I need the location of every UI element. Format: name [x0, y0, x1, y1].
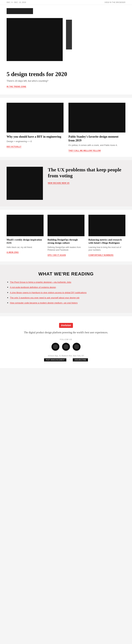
small-card-image-designops: [47, 215, 85, 236]
reading-list: The Pivot Group is hiring a graphic desi…: [6, 280, 126, 304]
hero-section: 5 design trends for 2020 There's 20 days…: [0, 5, 132, 94]
card-image-pablo: [68, 103, 126, 132]
view-in-browser-link[interactable]: VIEW IN THE BROWSER: [105, 1, 126, 3]
social-icon-2[interactable]: [62, 343, 70, 351]
featured-category-link[interactable]: NEW DECADE NEW US: [48, 182, 69, 184]
logo-vision-text: vision: [63, 324, 71, 327]
small-card-metrics: Balancing metrics and research with Intu…: [88, 215, 126, 256]
card-image-engineering: [6, 103, 64, 132]
spacer-2: [0, 157, 132, 160]
card-title-pablo: Pablo Stanley's favorite design moment f…: [68, 135, 126, 142]
footer-links: POST ANNOUNCEMENT | UNSUBSCRIBE: [6, 358, 126, 362]
spacer-4: [0, 261, 132, 265]
featured-section: The UX problems that keep people from vo…: [0, 160, 132, 206]
newsletter-logo: [6, 8, 33, 14]
reading-link-3[interactable]: A zine library opens in Hamburg to give …: [10, 291, 86, 294]
list-item: The Pivot Group is hiring a graphic desi…: [10, 280, 126, 284]
card-desc-pablo: It's yellow, it comes with a crank, and …: [68, 144, 126, 147]
hero-side: [63, 18, 72, 50]
list-item: A not-quite-textbook definition of syste…: [10, 286, 126, 289]
social-icons-group: [6, 343, 126, 351]
logo-bar: [6, 5, 126, 18]
hero-title: 5 design trends for 2020: [6, 71, 126, 78]
reading-link-5[interactable]: How computer code became a modern design…: [10, 302, 78, 304]
small-card-title-muzli: Muzli's weekly design inspiration #235: [6, 238, 44, 245]
hero-image-container: [6, 18, 126, 61]
follow-label: FOLLOW US: [6, 338, 126, 340]
footer-tagline: The digital product design platform powe…: [6, 330, 126, 334]
card-link-pablo[interactable]: THEY CALL ME MELLOW YELLOW: [68, 150, 101, 152]
reading-link-2[interactable]: A not-quite-textbook definition of syste…: [10, 286, 56, 288]
featured-image: [6, 167, 43, 200]
small-card-designops: Building DesignOps through strong design…: [47, 215, 85, 256]
reading-link-1[interactable]: The Pivot Group is hiring a graphic desi…: [10, 281, 71, 283]
logo-in-text: in: [61, 324, 63, 327]
reading-section: WHAT WE'RE READING The Pivot Group is hi…: [0, 265, 132, 313]
hero-subtitle: There's 20 days left, but who's counting…: [6, 80, 126, 82]
featured-inner: The UX problems that keep people from vo…: [6, 167, 126, 200]
social-icon-3[interactable]: [73, 343, 81, 351]
two-col-section: Why you should have a BFF in engineering…: [0, 98, 132, 157]
spacer-3: [0, 206, 132, 210]
reading-title: WHAT WE'RE READING: [6, 271, 126, 276]
footer-separator: |: [69, 358, 70, 362]
small-card-desc-metrics: Learning how to bring the most out of yo…: [88, 246, 126, 252]
unsubscribe-label: UNSUBSCRIBE: [73, 358, 88, 362]
featured-title: The UX problems that keep people from vo…: [48, 167, 126, 179]
hero-category-link[interactable]: IN THE TREND ZONE: [6, 86, 26, 88]
hero-side-image: [66, 20, 72, 50]
card-desc-engineering: Design + engineering = <3: [6, 140, 64, 143]
three-col-grid: Muzli's weekly design inspiration #235 H…: [6, 215, 126, 256]
featured-content: The UX problems that keep people from vo…: [48, 167, 126, 184]
card-link-engineering[interactable]: DEV ACTUALLY: [6, 146, 21, 148]
small-card-desc-muzli: Hello black cat, my old friend.: [6, 246, 44, 249]
spacer-1: [0, 94, 132, 98]
small-card-link-metrics[interactable]: COMFORTABLY NUMBERS: [88, 254, 114, 256]
date-label: DEC. 9 - DEC. 13, 2019: [6, 1, 26, 3]
card-engineering: Why you should have a BFF in engineering…: [6, 103, 64, 152]
invision-logo: invision: [59, 323, 73, 328]
small-card-image-muzli: [6, 215, 44, 236]
three-col-section: Muzli's weekly design inspiration #235 H…: [0, 210, 132, 262]
small-card-desc-designops: Defining DesignOps with leaders from Pin…: [47, 246, 85, 252]
list-item: How computer code became a modern design…: [10, 301, 126, 304]
hero-main-image: [6, 18, 63, 61]
footer-section: invision The digital product design plat…: [0, 316, 132, 368]
small-card-link-designops[interactable]: OPS I DID IT AGAIN: [47, 254, 66, 256]
small-card-link-muzli[interactable]: A-MEW-ZING: [6, 251, 19, 254]
two-col-grid: Why you should have a BFF in engineering…: [6, 103, 126, 152]
card-title-engineering: Why you should have a BFF in engineering: [6, 135, 64, 139]
small-card-muzli: Muzli's weekly design inspiration #235 H…: [6, 215, 44, 256]
reading-link-4[interactable]: The only 3 questions you ever need to as…: [10, 296, 79, 299]
list-item: A zine library opens in Hamburg to give …: [10, 291, 126, 294]
hero-text-block: 5 design trends for 2020 There's 20 days…: [6, 66, 126, 88]
card-pablo: Pablo Stanley's favorite design moment f…: [68, 103, 126, 152]
social-icon-1[interactable]: [51, 343, 59, 351]
post-announcement-label: POST ANNOUNCEMENT: [44, 358, 66, 362]
spacer-5: [0, 313, 132, 316]
small-card-title-metrics: Balancing metrics and research with Intu…: [88, 238, 126, 245]
list-item: The only 3 questions you ever need to as…: [10, 296, 126, 299]
top-bar: DEC. 9 - DEC. 13, 2019 VIEW IN THE BROWS…: [0, 0, 132, 5]
footer-address: InVision App, 41 Madison Ave, New York, …: [6, 355, 126, 357]
small-card-image-metrics: [88, 215, 126, 236]
small-card-title-designops: Building DesignOps through strong design…: [47, 238, 85, 245]
